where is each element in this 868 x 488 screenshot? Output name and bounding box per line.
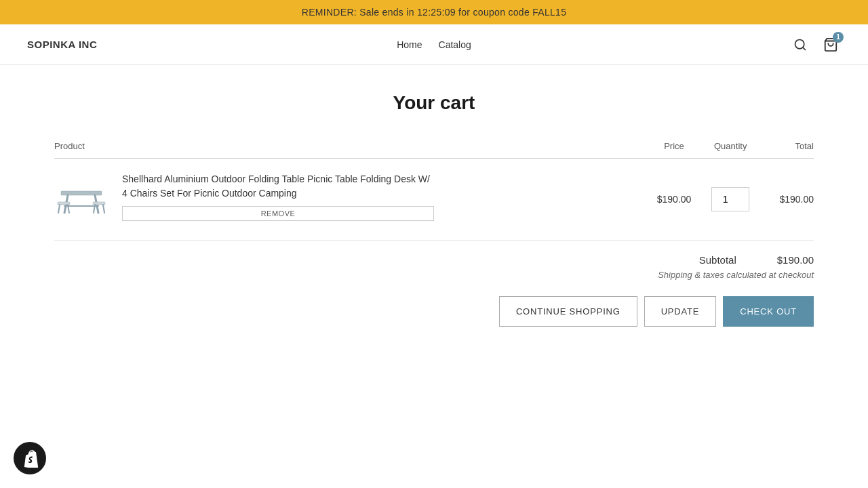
header-icons: 1 [791,35,841,55]
cart-page: Your cart Product Price Quantity Total [27,65,841,367]
banner-text: REMINDER: Sale ends in 12:25:09 for coup… [302,7,567,18]
svg-line-1 [803,47,806,49]
quantity-cell [701,159,760,241]
nav-home[interactable]: Home [397,39,422,50]
col-price: Price [647,141,701,159]
shipping-note: Shipping & taxes calculated at checkout [658,270,814,280]
update-button[interactable]: UPDATE [644,296,717,327]
search-icon [793,38,807,52]
cart-actions: CONTINUE SHOPPING UPDATE CHECK OUT [54,296,814,327]
cart-count: 1 [833,32,844,43]
continue-shopping-button[interactable]: CONTINUE SHOPPING [499,296,637,327]
site-logo[interactable]: SOPINKA INC [27,39,97,50]
svg-line-12 [103,205,104,213]
subtotal-value: $190.00 [777,254,814,266]
sale-banner: REMINDER: Sale ends in 12:25:09 for coup… [0,0,868,24]
product-thumbnail [54,172,108,226]
item-price: $190.00 [647,159,701,241]
svg-line-8 [58,205,60,213]
table-row: Shellhard Aluminium Outdoor Folding Tabl… [54,159,814,241]
checkout-button[interactable]: CHECK OUT [723,296,814,327]
search-button[interactable] [791,35,810,54]
product-info: Shellhard Aluminium Outdoor Folding Tabl… [122,172,434,221]
item-total: $190.00 [760,159,814,241]
col-product: Product [54,141,647,159]
cart-button[interactable]: 1 [821,35,841,55]
nav-catalog[interactable]: Catalog [439,39,471,50]
remove-button[interactable]: REMOVE [122,206,434,221]
col-quantity: Quantity [701,141,760,159]
site-header: SOPINKA INC Home Catalog 1 [0,24,868,65]
col-total: Total [760,141,814,159]
cart-table: Product Price Quantity Total [54,141,814,241]
product-name: Shellhard Aluminium Outdoor Folding Tabl… [122,172,434,201]
page-title: Your cart [54,92,814,114]
subtotal-label: Subtotal [699,254,736,266]
main-nav: Home Catalog [397,39,471,50]
product-cell: Shellhard Aluminium Outdoor Folding Tabl… [54,172,647,226]
product-image [54,172,108,226]
subtotal-row: Subtotal $190.00 [699,254,814,266]
subtotal-section: Subtotal $190.00 Shipping & taxes calcul… [54,254,814,280]
quantity-input[interactable] [711,187,749,211]
